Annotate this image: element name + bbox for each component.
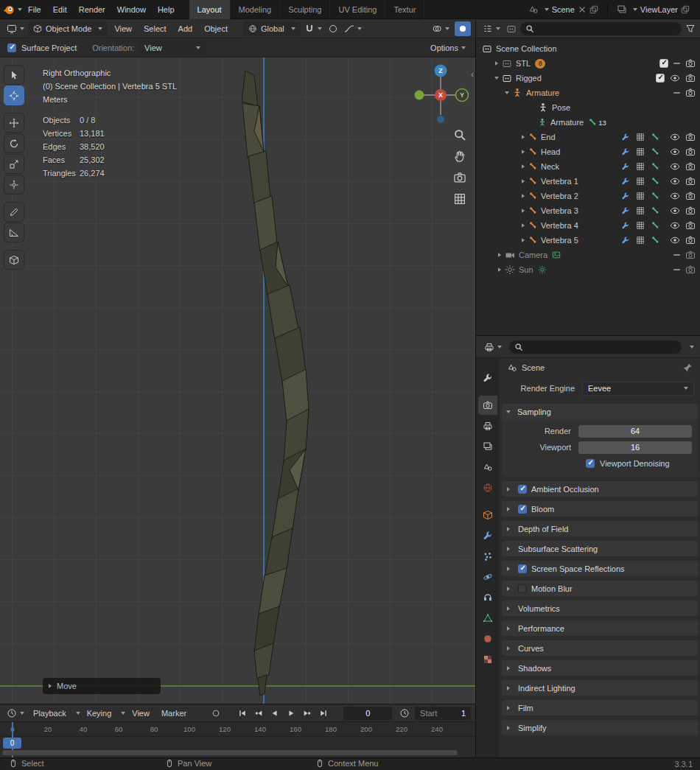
- tab-physics[interactable]: [478, 567, 497, 587]
- new-scene-icon[interactable]: [589, 5, 598, 14]
- camera-visibility-icon[interactable]: [685, 265, 696, 275]
- outliner-search-input[interactable]: [520, 22, 682, 35]
- outliner-row-pose[interactable]: Pose: [476, 100, 700, 115]
- expand-arrow-icon[interactable]: [522, 238, 525, 242]
- section-subsurface-scattering[interactable]: Subsurface Scattering: [502, 541, 698, 556]
- section-shadows[interactable]: Shadows: [502, 660, 698, 676]
- timeline-tracks[interactable]: 0: [0, 737, 475, 757]
- tab-output[interactable]: [478, 416, 497, 435]
- outliner-row-bone-neck[interactable]: Neck: [476, 159, 700, 174]
- outliner-row-sun[interactable]: Sun: [476, 262, 700, 277]
- mode-select[interactable]: Object Mode: [28, 21, 108, 36]
- outliner-row-armature-object[interactable]: Armature: [476, 85, 700, 100]
- tab-layout[interactable]: Layout: [189, 0, 231, 19]
- chevron-down-icon[interactable]: [690, 346, 694, 349]
- pan-hand-icon[interactable]: [453, 150, 466, 163]
- expand-arrow-icon[interactable]: [498, 267, 501, 272]
- hide-viewport-icon[interactable]: [673, 269, 680, 270]
- tool-transform[interactable]: [4, 175, 24, 195]
- timeline-scrollbar[interactable]: [2, 750, 458, 755]
- tab-object-data[interactable]: [478, 609, 497, 628]
- tab-view-layer[interactable]: [478, 437, 497, 456]
- bone-data-icon[interactable]: [651, 177, 659, 186]
- editor-type-button[interactable]: [482, 340, 504, 354]
- jump-to-start-button[interactable]: [235, 707, 249, 720]
- shading-mode-button[interactable]: [455, 21, 471, 36]
- tab-world[interactable]: [478, 478, 497, 497]
- filter-funnel-icon[interactable]: [685, 24, 696, 34]
- outliner-row-bone-end[interactable]: End: [476, 130, 700, 144]
- expand-arrow-icon[interactable]: [498, 253, 501, 257]
- bone-constraint-icon[interactable]: [621, 192, 630, 200]
- expand-arrow-icon[interactable]: [522, 179, 525, 183]
- menu-help[interactable]: Help: [152, 0, 181, 19]
- vertex-group-icon[interactable]: [636, 236, 645, 245]
- expand-arrow-icon[interactable]: [522, 164, 525, 169]
- tool-scale[interactable]: [4, 154, 24, 174]
- operator-redo-panel[interactable]: Move: [43, 678, 161, 694]
- hide-viewport-icon[interactable]: [673, 63, 680, 64]
- menu-view[interactable]: View: [127, 709, 155, 718]
- outliner-row-bone-vertebra-3[interactable]: Vertebra 3: [476, 203, 700, 218]
- viewport-3d[interactable]: Right Orthographic (0) Scene Collection …: [0, 57, 475, 704]
- menu-object[interactable]: Object: [199, 24, 233, 33]
- camera-visibility-icon[interactable]: [685, 88, 696, 98]
- camera-visibility-icon[interactable]: [685, 161, 696, 172]
- menu-select[interactable]: Select: [139, 24, 172, 33]
- eye-icon[interactable]: [670, 191, 680, 201]
- blender-logo-icon[interactable]: [3, 4, 15, 15]
- tab-modifiers[interactable]: [478, 526, 497, 545]
- ssr-checkbox[interactable]: [518, 564, 527, 573]
- eye-icon[interactable]: [670, 220, 680, 231]
- eye-icon[interactable]: [670, 73, 680, 83]
- next-keyframe-button[interactable]: [300, 707, 314, 720]
- tab-modeling[interactable]: Modeling: [231, 0, 281, 19]
- expand-arrow-icon[interactable]: [522, 135, 525, 139]
- tab-texture[interactable]: [478, 650, 497, 669]
- outliner-row-stl[interactable]: STL 8: [476, 56, 700, 71]
- viewport-denoising-checkbox[interactable]: [586, 459, 595, 468]
- outliner-row-bone-vertebra-4[interactable]: Vertebra 4: [476, 218, 700, 233]
- tab-texture-paint[interactable]: Textur: [385, 0, 424, 19]
- options-button[interactable]: Options: [428, 41, 468, 55]
- camera-visibility-icon[interactable]: [685, 191, 696, 201]
- timeline-ruler[interactable]: 0 20 40 60 80 100 120 140 160 180 200 22…: [0, 722, 475, 737]
- toggle-perspective-grid-icon[interactable]: [453, 192, 466, 206]
- auto-keying-toggle[interactable]: [209, 707, 222, 720]
- display-mode-icon[interactable]: [506, 24, 517, 34]
- camera-visibility-icon[interactable]: [685, 250, 696, 260]
- section-screen-space-reflections[interactable]: Screen Space Reflections: [502, 561, 698, 576]
- menu-edit[interactable]: Edit: [47, 0, 73, 19]
- camera-view-icon[interactable]: [453, 171, 466, 184]
- vertex-group-icon[interactable]: [636, 133, 645, 141]
- expand-arrow-icon[interactable]: [522, 194, 525, 198]
- tab-uv-editing[interactable]: UV Editing: [330, 0, 385, 19]
- orientation-select[interactable]: View: [139, 41, 206, 55]
- hide-viewport-icon[interactable]: [673, 254, 680, 256]
- section-indirect-lighting[interactable]: Indirect Lighting: [502, 680, 698, 696]
- menu-marker[interactable]: Marker: [156, 709, 192, 718]
- camera-visibility-icon[interactable]: [685, 58, 696, 69]
- render-engine-select[interactable]: Eevee: [582, 382, 694, 396]
- eye-icon[interactable]: [670, 161, 680, 172]
- new-viewlayer-icon[interactable]: [681, 5, 690, 14]
- outliner-row-scene-collection[interactable]: Scene Collection: [476, 41, 700, 56]
- outliner-row-armature-data[interactable]: Armature 13: [476, 115, 700, 130]
- properties-search-input[interactable]: [509, 340, 682, 354]
- eye-icon[interactable]: [670, 206, 680, 216]
- tool-add-cube[interactable]: [4, 250, 24, 270]
- tab-render[interactable]: [478, 396, 497, 415]
- eye-icon[interactable]: [670, 132, 680, 142]
- bone-data-icon[interactable]: [651, 162, 659, 171]
- tool-annotate[interactable]: [4, 202, 24, 222]
- editor-type-button[interactable]: [480, 21, 503, 36]
- expand-arrow-icon[interactable]: [522, 150, 525, 154]
- menu-add[interactable]: Add: [173, 24, 198, 33]
- tab-object[interactable]: [478, 505, 497, 525]
- hide-viewport-icon[interactable]: [673, 92, 680, 94]
- eye-icon[interactable]: [670, 176, 680, 186]
- outliner-row-bone-vertebra-1[interactable]: Vertebra 1: [476, 174, 700, 189]
- render-samples-field[interactable]: 64: [578, 425, 692, 438]
- section-motion-blur[interactable]: Motion Blur: [502, 581, 698, 596]
- vertex-group-icon[interactable]: [636, 177, 645, 186]
